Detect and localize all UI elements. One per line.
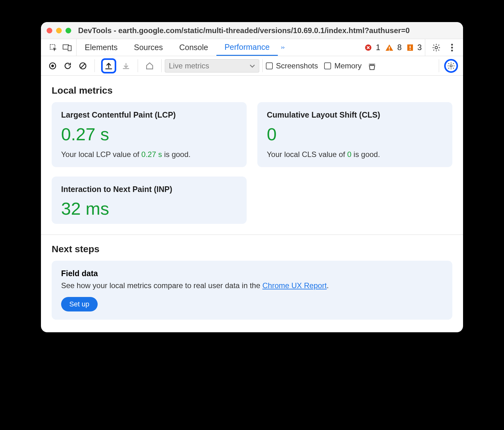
- svg-rect-4: [389, 47, 390, 49]
- issues-count: 3: [417, 43, 422, 52]
- view-mode-label: Live metrics: [169, 61, 209, 70]
- checkbox-icon: [324, 62, 331, 69]
- memory-label: Memory: [334, 61, 362, 70]
- tab-elements[interactable]: Elements: [77, 39, 126, 56]
- field-data-card: Field data See how your local metrics co…: [52, 261, 452, 320]
- cls-title: Cumulative Layout Shift (CLS): [267, 110, 443, 119]
- cls-desc-prefix: Your local CLS value of: [267, 150, 347, 159]
- titlebar: DevTools - earth.google.com/static/multi…: [41, 22, 463, 39]
- reload-record-icon[interactable]: [62, 61, 73, 71]
- cls-description: Your local CLS value of 0 is good.: [267, 150, 443, 159]
- field-data-description: See how your local metrics compare to re…: [61, 281, 443, 290]
- inp-title: Interaction to Next Paint (INP): [61, 185, 237, 194]
- chevron-down-icon: [249, 64, 255, 68]
- more-tabs-icon[interactable]: [278, 42, 289, 53]
- tab-performance[interactable]: Performance: [216, 39, 278, 56]
- cls-card: Cumulative Layout Shift (CLS) 0 Your loc…: [257, 102, 452, 167]
- inp-card: Interaction to Next Paint (INP) 32 ms: [52, 177, 247, 224]
- devtools-window: DevTools - earth.google.com/static/multi…: [41, 22, 463, 332]
- local-metrics-heading: Local metrics: [52, 85, 452, 96]
- memory-checkbox[interactable]: Memory: [324, 61, 362, 70]
- svg-rect-2: [68, 46, 71, 51]
- device-toolbar-icon[interactable]: [62, 42, 72, 53]
- section-divider: [41, 235, 463, 235]
- svg-rect-5: [389, 49, 390, 50]
- cls-value: 0: [267, 124, 443, 144]
- record-icon[interactable]: [47, 61, 58, 71]
- field-desc-suffix: .: [327, 281, 329, 290]
- minimize-window-button[interactable]: [56, 28, 62, 33]
- field-desc-prefix: See how your local metrics compare to re…: [61, 281, 262, 290]
- lcp-description: Your local LCP value of 0.27 s is good.: [61, 150, 237, 159]
- svg-line-16: [81, 64, 85, 68]
- cls-desc-value: 0: [347, 150, 351, 159]
- close-window-button[interactable]: [47, 28, 52, 33]
- view-mode-select[interactable]: Live metrics: [165, 59, 259, 73]
- screenshots-label: Screenshots: [276, 61, 318, 70]
- inp-value: 32 ms: [61, 198, 237, 219]
- status-badges[interactable]: 1 8 3: [361, 43, 425, 52]
- window-controls: [47, 28, 71, 33]
- performance-content: Local metrics Largest Contentful Paint (…: [41, 76, 463, 332]
- svg-point-10: [451, 44, 453, 45]
- maximize-window-button[interactable]: [66, 28, 71, 33]
- lcp-card: Largest Contentful Paint (LCP) 0.27 s Yo…: [52, 102, 247, 167]
- tab-sources[interactable]: Sources: [126, 39, 171, 56]
- svg-point-9: [435, 46, 438, 49]
- svg-point-12: [451, 49, 453, 51]
- capture-settings-icon[interactable]: [447, 61, 455, 70]
- clear-icon[interactable]: [77, 61, 88, 71]
- performance-toolbar: Live metrics Screenshots Memory: [41, 56, 463, 76]
- tab-console[interactable]: Console: [171, 39, 216, 56]
- inspect-element-icon[interactable]: [48, 42, 59, 53]
- lcp-desc-prefix: Your local LCP value of: [61, 150, 141, 159]
- lcp-desc-value: 0.27 s: [141, 150, 162, 159]
- error-count: 1: [376, 43, 380, 52]
- capture-settings-highlight: [444, 59, 458, 73]
- setup-button[interactable]: Set up: [61, 297, 98, 311]
- svg-rect-8: [410, 49, 411, 50]
- lcp-desc-suffix: is good.: [162, 150, 191, 159]
- screenshots-checkbox[interactable]: Screenshots: [266, 61, 318, 70]
- issues-badge-icon: [407, 44, 414, 51]
- settings-icon[interactable]: [431, 42, 442, 53]
- field-data-title: Field data: [61, 269, 443, 278]
- upload-profile-icon[interactable]: [104, 61, 113, 71]
- svg-rect-7: [410, 46, 411, 48]
- next-steps-heading: Next steps: [52, 244, 452, 254]
- lcp-title: Largest Contentful Paint (LCP): [61, 110, 237, 119]
- home-icon[interactable]: [144, 61, 155, 71]
- garbage-collect-icon[interactable]: [367, 61, 377, 71]
- download-profile-icon[interactable]: [121, 61, 131, 71]
- svg-point-11: [451, 47, 453, 49]
- error-badge-icon: [364, 44, 372, 51]
- svg-point-17: [450, 65, 452, 67]
- warning-count: 8: [397, 43, 402, 52]
- upload-profile-highlight: [101, 58, 116, 73]
- window-title: DevTools - earth.google.com/static/multi…: [78, 26, 410, 35]
- lcp-value: 0.27 s: [61, 124, 237, 144]
- chrome-ux-report-link[interactable]: Chrome UX Report: [262, 281, 327, 290]
- panel-tabs-row: Elements Sources Console Performance 1 8…: [41, 39, 463, 56]
- warning-badge-icon: [385, 44, 393, 51]
- more-menu-icon[interactable]: [447, 42, 457, 53]
- cls-desc-suffix: is good.: [352, 150, 380, 159]
- svg-point-14: [51, 64, 54, 67]
- checkbox-icon: [266, 62, 273, 69]
